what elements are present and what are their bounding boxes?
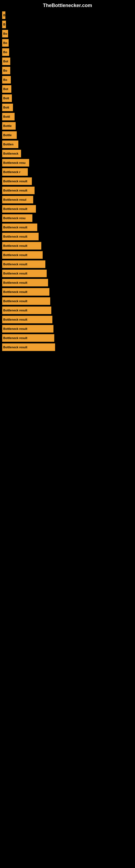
bar-item-34: Bottleneck result bbox=[2, 316, 52, 323]
bar-row: Bottleneck resu bbox=[0, 214, 135, 222]
bar-label-26: Bottleneck result bbox=[3, 244, 27, 247]
bar-item-4: Bo bbox=[2, 39, 9, 46]
bar-label-6: Bot bbox=[3, 60, 8, 63]
bar-label-10: Bott bbox=[3, 97, 9, 100]
bar-item-11: Bott bbox=[2, 104, 13, 111]
bar-label-19: Bottleneck result bbox=[3, 180, 27, 183]
bar-item-31: Bottleneck result bbox=[2, 288, 49, 296]
bar-label-3: Bo bbox=[3, 32, 7, 35]
bar-row: Bottleneck r bbox=[0, 168, 135, 176]
bar-row: Bottleneck result bbox=[0, 316, 135, 323]
bar-label-8: Bo bbox=[3, 78, 7, 82]
bar-row: Bo bbox=[0, 76, 135, 84]
bar-item-9: Bot bbox=[2, 85, 11, 93]
bar-item-24: Bottleneck result bbox=[2, 223, 37, 231]
bar-label-12: Bottl bbox=[3, 115, 10, 118]
bar-item-36: Bottleneck result bbox=[2, 334, 54, 342]
bar-label-2: B bbox=[3, 23, 5, 26]
bar-row: Bott bbox=[0, 104, 135, 111]
bar-label-13: Bottle bbox=[3, 124, 12, 127]
bar-item-25: Bottleneck result bbox=[2, 233, 39, 240]
bar-row: B bbox=[0, 21, 135, 28]
bar-item-27: Bottleneck result bbox=[2, 251, 43, 259]
bar-row: Bottleneck result bbox=[0, 251, 135, 259]
bar-label-17: Bottleneck resu bbox=[3, 161, 26, 164]
bar-label-11: Bott bbox=[3, 106, 9, 109]
bar-row: Bo bbox=[0, 67, 135, 74]
bar-label-34: Bottleneck result bbox=[3, 318, 27, 321]
bar-item-17: Bottleneck resu bbox=[2, 159, 29, 166]
bar-row: Bo bbox=[0, 39, 135, 46]
bar-label-22: Bottleneck result bbox=[3, 207, 27, 211]
bar-item-16: Bottleneck bbox=[2, 150, 21, 157]
bar-label-5: Bo bbox=[3, 51, 7, 54]
bar-row: Bottleneck result bbox=[0, 288, 135, 296]
bar-row: Bottleneck result bbox=[0, 297, 135, 305]
bar-row: Bottleneck result bbox=[0, 205, 135, 213]
bar-row: Bottleneck result bbox=[0, 334, 135, 342]
bar-row: Bottleneck result bbox=[0, 223, 135, 231]
bar-row: Bottleneck result bbox=[0, 270, 135, 277]
bar-label-23: Bottleneck resu bbox=[3, 216, 26, 220]
bar-label-7: Bo bbox=[3, 69, 7, 72]
bar-item-29: Bottleneck result bbox=[2, 270, 47, 277]
bar-item-35: Bottleneck result bbox=[2, 325, 53, 333]
bar-row: Bottleneck result bbox=[0, 279, 135, 286]
bar-item-28: Bottleneck result bbox=[2, 260, 45, 268]
bar-label-33: Bottleneck result bbox=[3, 309, 27, 312]
bar-row: Bot bbox=[0, 85, 135, 93]
bar-item-7: Bo bbox=[2, 67, 10, 74]
bar-item-33: Bottleneck result bbox=[2, 307, 51, 314]
bar-label-14: Bottle bbox=[3, 133, 12, 137]
bar-row: Bo bbox=[0, 48, 135, 56]
bar-label-24: Bottleneck result bbox=[3, 226, 27, 229]
bar-row: Bottleneck result bbox=[0, 260, 135, 268]
site-title: TheBottlenecker.com bbox=[0, 0, 135, 10]
bar-row: Bo bbox=[0, 30, 135, 37]
bar-row: Bottleneck result bbox=[0, 307, 135, 314]
bar-item-18: Bottleneck r bbox=[2, 168, 28, 176]
bar-label-37: Bottleneck result bbox=[3, 346, 27, 349]
bar-row: Bottle bbox=[0, 131, 135, 139]
bar-label-15: Bottlen bbox=[3, 143, 13, 146]
bar-label-31: Bottleneck result bbox=[3, 290, 27, 293]
bar-label-9: Bot bbox=[3, 87, 8, 91]
bar-item-30: Bottleneck result bbox=[2, 279, 48, 286]
bar-row: Bottleneck result bbox=[0, 325, 135, 333]
bar-label-35: Bottleneck result bbox=[3, 327, 27, 330]
bar-label-25: Bottleneck result bbox=[3, 235, 27, 238]
bar-item-21: Bottleneck resul bbox=[2, 196, 33, 204]
bar-item-12: Bottl bbox=[2, 113, 14, 120]
bar-item-37: Bottleneck result bbox=[2, 343, 55, 351]
bar-label-27: Bottleneck result bbox=[3, 253, 27, 257]
bar-item-5: Bo bbox=[2, 48, 9, 56]
bar-row: Bottlen bbox=[0, 141, 135, 148]
bar-label-29: Bottleneck result bbox=[3, 272, 27, 275]
bar-row: Bot bbox=[0, 58, 135, 65]
bar-row: Bottle bbox=[0, 122, 135, 130]
bar-row: Bottleneck result bbox=[0, 233, 135, 240]
bar-label-18: Bottleneck r bbox=[3, 170, 20, 174]
bar-row: Bottleneck bbox=[0, 150, 135, 157]
bar-item-10: Bott bbox=[2, 94, 12, 102]
bar-label-16: Bottleneck bbox=[3, 152, 18, 155]
bar-item-1: B bbox=[2, 11, 5, 19]
bar-row: Bottleneck result bbox=[0, 187, 135, 194]
bar-label-30: Bottleneck result bbox=[3, 281, 27, 284]
bar-label-20: Bottleneck result bbox=[3, 189, 27, 192]
bar-row: Bottl bbox=[0, 113, 135, 120]
bar-label-21: Bottleneck resul bbox=[3, 198, 27, 201]
bar-row: Bottleneck result bbox=[0, 343, 135, 351]
bar-item-14: Bottle bbox=[2, 131, 17, 139]
bar-item-20: Bottleneck result bbox=[2, 187, 35, 194]
bar-item-2: B bbox=[2, 21, 6, 28]
bar-label-28: Bottleneck result bbox=[3, 262, 27, 266]
bar-row: Bottleneck result bbox=[0, 177, 135, 185]
bar-item-26: Bottleneck result bbox=[2, 242, 41, 250]
bar-item-23: Bottleneck resu bbox=[2, 214, 32, 222]
bar-row: Bottleneck result bbox=[0, 242, 135, 250]
bar-row: B bbox=[0, 11, 135, 19]
bar-row: Bott bbox=[0, 94, 135, 102]
bar-item-8: Bo bbox=[2, 76, 11, 84]
bar-row: Bottleneck resu bbox=[0, 159, 135, 166]
